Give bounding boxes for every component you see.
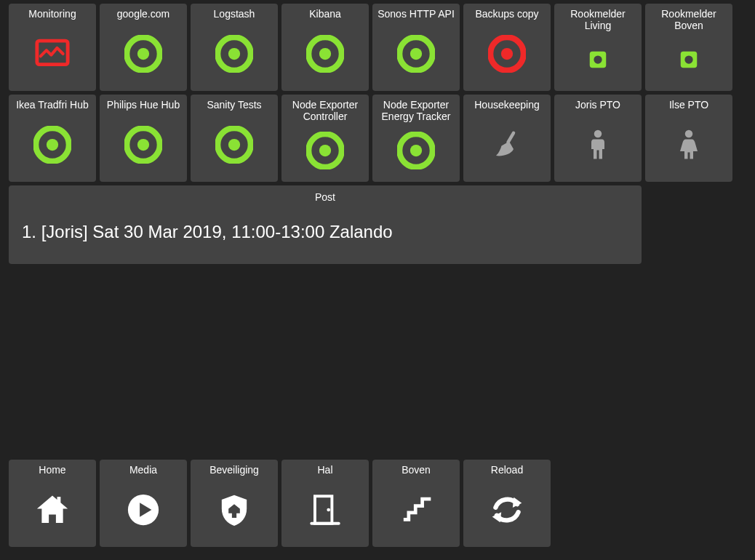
nav-hal[interactable]: Hal (281, 460, 369, 547)
tile-ilse-pto[interactable]: Ilse PTO (645, 95, 732, 182)
tile-google-com[interactable]: google.com (100, 4, 187, 91)
bullseye-icon (397, 124, 435, 182)
female-icon (671, 112, 706, 182)
square-icon (583, 33, 612, 91)
tile-node-exporter-energy-tracker[interactable]: Node Exporter Energy Tracker (372, 95, 460, 182)
tile-label: Node Exporter Controller (284, 99, 366, 122)
nav-label: Beveiliging (209, 464, 259, 476)
home-icon (33, 477, 71, 547)
post-title: Post (17, 191, 633, 203)
tile-label: Philips Hue Hub (107, 99, 180, 111)
bullseye-icon (306, 21, 344, 91)
tile-label: Joris PTO (575, 99, 620, 111)
nav-boven[interactable]: Boven (372, 460, 460, 547)
nav-media[interactable]: Media (100, 460, 187, 547)
tile-logstash[interactable]: Logstash (191, 4, 278, 91)
tile-label: Rookmelder Boven (648, 8, 730, 31)
tile-label: Housekeeping (474, 99, 540, 111)
tile-label: Ilse PTO (669, 99, 708, 111)
tile-rookmelder-boven[interactable]: Rookmelder Boven (645, 4, 732, 91)
stairs-icon (398, 477, 434, 547)
post-body: 1. [Joris] Sat 30 Mar 2019, 11:00-13:00 … (17, 222, 633, 242)
tile-monitoring[interactable]: Monitoring (9, 4, 96, 91)
tile-label: Node Exporter Energy Tracker (375, 99, 457, 122)
tile-ikea-tradfri-hub[interactable]: Ikea Tradfri Hub (9, 95, 96, 182)
nav-label: Hal (317, 464, 332, 476)
bullseye-icon (33, 112, 71, 182)
male-icon (580, 112, 615, 182)
bullseye-icon (215, 21, 253, 91)
bullseye-icon (397, 21, 435, 91)
tile-label: Ikea Tradfri Hub (16, 99, 89, 111)
tile-sanity-tests[interactable]: Sanity Tests (191, 95, 278, 182)
nav-label: Reload (491, 464, 523, 476)
nav-reload[interactable]: Reload (463, 460, 551, 547)
status-tile-grid: Monitoringgoogle.comLogstashKibanaSonos … (0, 0, 755, 182)
tile-label: google.com (117, 8, 169, 20)
door-icon (307, 477, 343, 547)
shield-icon (216, 477, 252, 547)
nav-home[interactable]: Home (9, 460, 96, 547)
reload-icon (489, 477, 525, 547)
bullseye-icon (488, 21, 526, 91)
bullseye-icon (124, 21, 162, 91)
nav-label: Home (39, 464, 65, 476)
tile-node-exporter-controller[interactable]: Node Exporter Controller (281, 95, 369, 182)
tile-label: Rookmelder Living (557, 8, 639, 31)
nav-label: Media (129, 464, 157, 476)
post-panel: Post 1. [Joris] Sat 30 Mar 2019, 11:00-1… (9, 185, 642, 264)
tile-backups-copy[interactable]: Backups copy (463, 4, 551, 91)
bullseye-icon (124, 112, 162, 182)
monitor-icon (33, 21, 71, 91)
tile-label: Logstash (214, 8, 255, 20)
tile-label: Sonos HTTP API (378, 8, 455, 20)
tile-label: Sanity Tests (207, 99, 261, 111)
nav-label: Boven (402, 464, 431, 476)
tile-sonos-http-api[interactable]: Sonos HTTP API (372, 4, 460, 91)
tile-joris-pto[interactable]: Joris PTO (554, 95, 642, 182)
square-icon (674, 33, 703, 91)
tile-kibana[interactable]: Kibana (281, 4, 369, 91)
broom-icon (490, 112, 524, 182)
tile-label: Kibana (309, 8, 341, 20)
bullseye-icon (306, 124, 344, 182)
tile-rookmelder-living[interactable]: Rookmelder Living (554, 4, 642, 91)
tile-philips-hue-hub[interactable]: Philips Hue Hub (100, 95, 187, 182)
tile-housekeeping[interactable]: Housekeeping (463, 95, 551, 182)
bottom-nav-bar: HomeMediaBeveiligingHalBovenReload (9, 460, 551, 547)
nav-beveiliging[interactable]: Beveiliging (191, 460, 278, 547)
bullseye-icon (215, 112, 253, 182)
tile-label: Backups copy (475, 8, 538, 20)
tile-label: Monitoring (28, 8, 76, 20)
play-icon (124, 477, 162, 547)
